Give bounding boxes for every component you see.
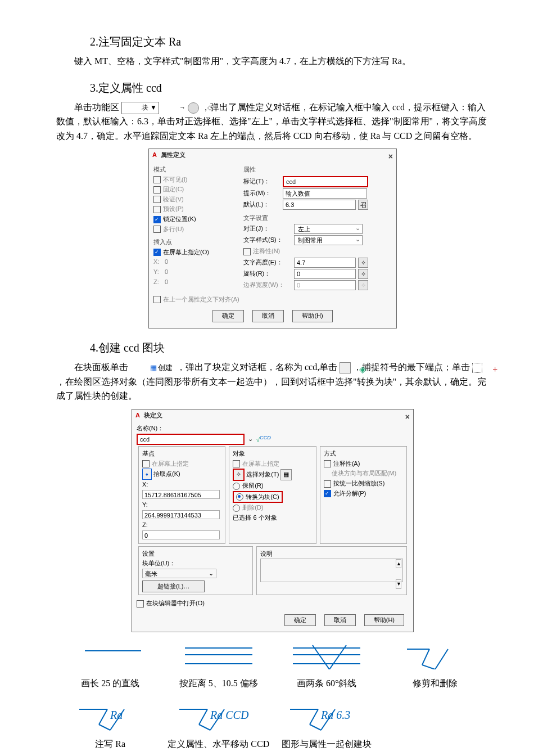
- diag-5: Ra: [56, 701, 165, 735]
- help-button[interactable]: 帮助(H): [292, 310, 332, 322]
- tag-input[interactable]: ccd: [283, 176, 368, 187]
- cap-5: 注写 Ra: [56, 737, 165, 752]
- create-block-button[interactable]: 创建: [130, 362, 174, 374]
- insert-point-label: 插入点: [153, 237, 243, 248]
- text-height-input[interactable]: 4.7: [294, 258, 356, 268]
- bwidth-input: 0: [294, 280, 356, 290]
- x-value: 0: [165, 258, 168, 265]
- diag-7: Ra 6.3: [273, 701, 381, 735]
- app-a-icon-2: A: [135, 412, 140, 418]
- style-select[interactable]: 制图常用: [294, 235, 363, 245]
- dialog1-footer: 确定 取消 帮助(H): [149, 307, 396, 328]
- selobj-label[interactable]: 选择对象(T): [246, 471, 279, 478]
- svg-line-23: [310, 724, 321, 730]
- chk-open-blockeditor[interactable]: 在块编辑器中打开(O): [137, 598, 409, 609]
- close-icon[interactable]: ×: [388, 150, 393, 163]
- pickpt-icon[interactable]: ⬧: [142, 469, 152, 480]
- diag-2: [165, 642, 273, 674]
- help-button-2[interactable]: 帮助(H): [364, 614, 404, 627]
- radio-retain[interactable]: 保留(R): [233, 481, 312, 491]
- diag-empty: [381, 701, 490, 735]
- cap-3: 画两条 60°斜线: [273, 676, 381, 691]
- diag-6: Ra CCD: [165, 701, 273, 735]
- rotation-pick-button[interactable]: ✧: [358, 269, 368, 279]
- p3-pre: 单击功能区: [74, 102, 119, 112]
- unit-select[interactable]: 毫米: [142, 569, 216, 578]
- prompt-input[interactable]: 输入数值: [283, 188, 367, 199]
- radio-convert[interactable]: 转换为块(C): [233, 491, 282, 503]
- svg-line-22: [310, 709, 318, 724]
- chk-const[interactable]: 固定(C): [153, 184, 243, 195]
- chk-onscreen[interactable]: 在屏幕上指定(O): [153, 248, 243, 258]
- chk-lock[interactable]: 锁定位置(K): [153, 214, 243, 224]
- diagram-captions-1: 画长 25 的直线 按距离 5、10.5 偏移 画两条 60°斜线 修剪和删除: [56, 676, 489, 691]
- svg-line-7: [313, 645, 329, 669]
- by-input[interactable]: 264.9999173144533: [142, 510, 220, 519]
- z-label: Z:: [153, 277, 165, 287]
- sel-count: 已选择 6 个对象: [233, 513, 312, 523]
- quicksel-icon[interactable]: ▦: [280, 469, 292, 480]
- block-dropdown-button[interactable]: 块 ▼: [121, 102, 159, 114]
- cancel-button[interactable]: 取消: [252, 310, 284, 322]
- close-icon-2[interactable]: ×: [405, 411, 410, 423]
- attribute-definition-dialog: A 属性定义 × 模式 不可见(I) 固定(C) 验证(V) 预设(P) 锁定位…: [148, 148, 397, 328]
- cap-7: 图形与属性一起创建块: [273, 737, 381, 752]
- dialog1-titlebar: A 属性定义 ×: [149, 149, 396, 161]
- heading-2: 2.注写固定文本 Ra: [90, 33, 489, 51]
- settings-label: 设置: [142, 549, 249, 559]
- unit-label: 块单位(U)：: [142, 559, 249, 569]
- arrow-icon: →: [161, 103, 185, 113]
- mode-section-label: 模式: [153, 165, 243, 175]
- svg-line-18: [199, 709, 207, 724]
- chk-invisible[interactable]: 不可见(I): [153, 175, 243, 185]
- select-objects-icon[interactable]: [472, 363, 482, 373]
- p4-a: 在块面板单击: [74, 362, 128, 372]
- diagram-row-2: Ra Ra CCD Ra 6.3: [56, 701, 489, 735]
- cap-1: 画长 25 的直线: [56, 676, 165, 691]
- description-textarea[interactable]: ▲▼: [260, 559, 403, 582]
- pick-point-icon[interactable]: [340, 362, 351, 374]
- chk-align-prev[interactable]: 在上一个属性定义下对齐(A): [153, 295, 392, 305]
- height-pick-button[interactable]: ✧: [358, 258, 368, 268]
- radio-delete[interactable]: 删除(D): [233, 503, 312, 513]
- diagram-row-1: [56, 642, 489, 674]
- default-input[interactable]: 6.3: [283, 200, 356, 210]
- pickpt-label[interactable]: 拾取点(K): [153, 470, 180, 477]
- p4-b: ，弹出了块定义对话框，名称为 ccd,单击: [177, 362, 337, 372]
- z-value: 0: [165, 278, 168, 285]
- chk-annot2[interactable]: 注释性(A): [324, 459, 403, 469]
- prompt-label: 提示(M)：: [243, 188, 283, 199]
- ra-text-1: Ra: [110, 709, 123, 721]
- name-input[interactable]: ccd: [137, 434, 245, 445]
- chk-explode[interactable]: 允许分解(P): [324, 489, 403, 499]
- text-height-label: 文字高度(E)：: [243, 258, 294, 268]
- default-field-button[interactable]: 召: [358, 200, 368, 210]
- text-settings-label: 文字设置: [243, 213, 392, 223]
- svg-line-15: [99, 724, 110, 730]
- svg-line-19: [199, 724, 210, 730]
- rotation-input[interactable]: 0: [294, 269, 356, 279]
- ok-button-2[interactable]: 确定: [284, 614, 316, 627]
- hyperlink-button[interactable]: 超链接(L)…: [142, 580, 205, 593]
- base-onscreen[interactable]: 在屏幕上指定: [152, 460, 189, 467]
- cancel-button-2[interactable]: 取消: [324, 614, 356, 627]
- ok-button[interactable]: 确定: [212, 310, 244, 322]
- chk-scale[interactable]: 按统一比例缩放(S): [324, 479, 403, 489]
- style-label: 文字样式(S)：: [243, 235, 294, 245]
- justify-select[interactable]: 左上: [294, 224, 363, 234]
- preview-icon: √CCD: [256, 434, 271, 445]
- bz-input[interactable]: 0: [142, 530, 220, 539]
- chk-verify[interactable]: 验证(V): [153, 195, 243, 205]
- chk-preset[interactable]: 预设(P): [153, 204, 243, 214]
- obj-onscreen[interactable]: 在屏幕上指定: [242, 460, 279, 467]
- diag-4: [381, 642, 490, 674]
- chk-annotative[interactable]: 注释性(N): [243, 246, 392, 256]
- p4-d: ，在绘图区选择对象（连同图形带所有文本一起选中），回到对话框中选择"转换为块"，…: [56, 377, 486, 401]
- bx-label: X:: [142, 481, 148, 488]
- attr-def-icon[interactable]: [188, 102, 199, 114]
- svg-line-12: [435, 649, 448, 669]
- selobj-icon[interactable]: ✧: [233, 469, 245, 481]
- chk-match: 使块方向与布局匹配(M): [324, 469, 403, 479]
- chk-multi[interactable]: 多行(U): [153, 224, 243, 235]
- bx-input[interactable]: 15712.88618167505: [142, 490, 220, 499]
